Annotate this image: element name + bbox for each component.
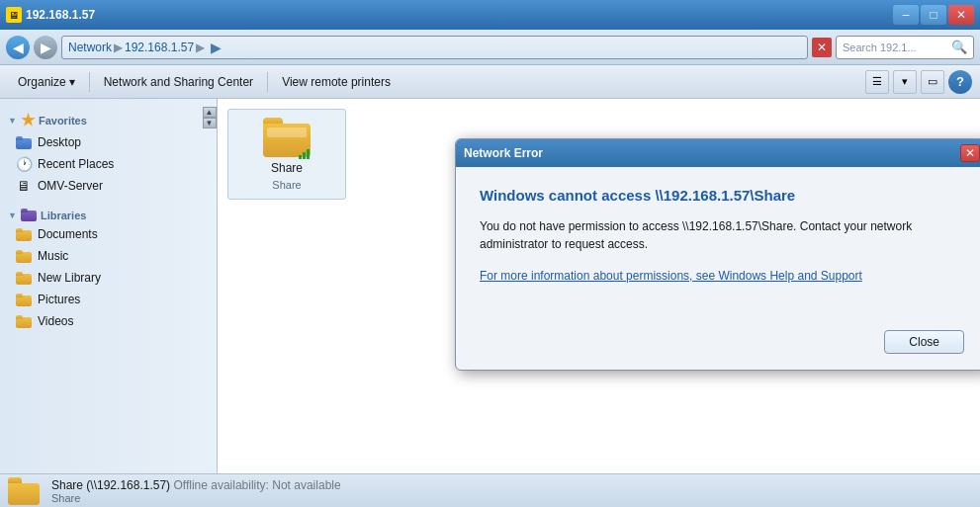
favorites-star-icon: ★ bbox=[21, 111, 35, 129]
music-icon bbox=[16, 248, 32, 264]
organize-button[interactable]: Organize ▾ bbox=[8, 69, 85, 95]
videos-icon bbox=[16, 313, 32, 329]
dialog-overlay: Network Error ✕ Windows cannot access \\… bbox=[218, 99, 980, 473]
search-icon[interactable]: 🔍 bbox=[951, 40, 967, 54]
sidebar-item-music[interactable]: Music bbox=[0, 245, 217, 267]
toolbar-separator-1 bbox=[89, 72, 90, 92]
preview-pane-button[interactable]: ▭ bbox=[921, 70, 944, 94]
help-button[interactable]: ? bbox=[948, 70, 972, 94]
search-text: Search 192.1... bbox=[843, 42, 917, 53]
new-library-folder-icon bbox=[16, 272, 32, 285]
view-remote-printers-button[interactable]: View remote printers bbox=[272, 69, 401, 95]
path-arrow-1: ▶ bbox=[114, 41, 123, 54]
omv-server-label: OMV-Server bbox=[38, 179, 103, 193]
documents-folder-icon bbox=[16, 228, 32, 241]
view-down-button[interactable]: ▾ bbox=[893, 70, 917, 94]
libraries-group[interactable]: ▼ Libraries bbox=[0, 205, 217, 223]
sidebar: ▲ ▼ ▼ ★ Favorites Desktop 🕐 bbox=[0, 99, 218, 473]
status-subtext: Share bbox=[51, 492, 341, 504]
network-sharing-center-button[interactable]: Network and Sharing Center bbox=[94, 69, 263, 95]
title-bar: 🖥 192.168.1.57 – □ ✕ bbox=[0, 0, 980, 30]
file-area: Share Share Network Error ✕ Windows cann… bbox=[218, 99, 980, 473]
dialog-footer: Close bbox=[456, 322, 980, 370]
address-clear-button[interactable]: ✕ bbox=[812, 38, 832, 57]
status-info: Share (\\192.168.1.57) Offline availabil… bbox=[51, 478, 341, 504]
desktop-folder-icon bbox=[16, 136, 32, 149]
maximize-button[interactable]: □ bbox=[921, 5, 946, 25]
libraries-arrow: ▼ bbox=[8, 211, 17, 220]
status-folder-body bbox=[8, 483, 40, 505]
sidebar-item-desktop[interactable]: Desktop bbox=[0, 131, 217, 153]
window-title: 192.168.1.57 bbox=[26, 8, 95, 22]
main-content: ▲ ▼ ▼ ★ Favorites Desktop 🕐 bbox=[0, 99, 980, 473]
status-bar: Share (\\192.168.1.57) Offline availabil… bbox=[0, 473, 980, 507]
recent-places-icon: 🕐 bbox=[16, 156, 32, 172]
status-folder-icon bbox=[8, 477, 40, 505]
desktop-icon bbox=[16, 134, 32, 150]
address-bar: ◀ ▶ Network ▶ 192.168.1.57 ▶ ▶ ✕ Search … bbox=[0, 30, 980, 65]
music-folder-icon bbox=[16, 250, 32, 263]
close-window-button[interactable]: ✕ bbox=[948, 5, 974, 25]
libraries-label: Libraries bbox=[41, 210, 86, 221]
toolbar-separator-2 bbox=[267, 72, 268, 92]
favorites-arrow: ▼ bbox=[8, 116, 17, 126]
music-label: Music bbox=[38, 249, 68, 263]
libraries-section: ▼ Libraries Documents Music Ne bbox=[0, 205, 217, 332]
path-ip: 192.168.1.57 bbox=[125, 41, 194, 54]
omv-server-icon: 🖥 bbox=[16, 178, 32, 194]
desktop-label: Desktop bbox=[38, 135, 81, 149]
path-network: Network bbox=[68, 41, 112, 54]
organize-label: Organize bbox=[18, 75, 66, 89]
dialog-title: Network Error bbox=[464, 146, 543, 160]
path-arrow-2: ▶ bbox=[196, 41, 205, 54]
sidebar-item-videos[interactable]: Videos bbox=[0, 310, 217, 332]
favorites-label: Favorites bbox=[39, 115, 87, 127]
toolbar: Organize ▾ Network and Sharing Center Vi… bbox=[0, 65, 980, 99]
sidebar-item-omv-server[interactable]: 🖥 OMV-Server bbox=[0, 175, 217, 197]
dialog-heading: Windows cannot access \\192.168.1.57\Sha… bbox=[480, 187, 964, 204]
documents-icon bbox=[16, 226, 32, 242]
organize-arrow-icon: ▾ bbox=[69, 75, 75, 89]
favorites-section: ▼ ★ Favorites Desktop 🕐 Recent Places 🖥 bbox=[0, 107, 217, 197]
scroll-up-arrow[interactable]: ▲ bbox=[203, 107, 217, 118]
dialog-body: Windows cannot access \\192.168.1.57\Sha… bbox=[456, 167, 980, 322]
scroll-down-arrow[interactable]: ▼ bbox=[203, 118, 217, 128]
documents-label: Documents bbox=[38, 227, 98, 241]
forward-button[interactable]: ▶ bbox=[34, 36, 57, 59]
network-error-dialog: Network Error ✕ Windows cannot access \\… bbox=[455, 138, 980, 371]
pictures-folder-icon bbox=[16, 294, 32, 306]
recent-places-label: Recent Places bbox=[38, 157, 114, 171]
favorites-group[interactable]: ▼ ★ Favorites bbox=[0, 107, 217, 131]
address-path[interactable]: Network ▶ 192.168.1.57 ▶ ▶ bbox=[61, 36, 808, 59]
new-library-label: New Library bbox=[38, 271, 101, 285]
libraries-icon bbox=[21, 209, 37, 221]
status-folder-tab bbox=[8, 477, 22, 483]
view-icon: ☰ bbox=[872, 75, 882, 88]
status-offline: Offline availability: Not available bbox=[173, 478, 340, 492]
pictures-label: Pictures bbox=[38, 293, 80, 306]
sidebar-item-recent-places[interactable]: 🕐 Recent Places bbox=[0, 153, 217, 175]
videos-folder-icon bbox=[16, 315, 32, 328]
window-controls: – □ ✕ bbox=[893, 5, 974, 25]
search-box[interactable]: Search 192.1... 🔍 bbox=[836, 36, 974, 59]
dialog-title-bar: Network Error ✕ bbox=[456, 139, 980, 167]
sidebar-item-documents[interactable]: Documents bbox=[0, 223, 217, 245]
dialog-help-link[interactable]: For more information about permissions, … bbox=[480, 269, 964, 283]
dialog-close-icon-button[interactable]: ✕ bbox=[960, 144, 980, 162]
title-bar-left: 🖥 192.168.1.57 bbox=[6, 7, 95, 23]
toolbar-right: ☰ ▾ ▭ ? bbox=[865, 70, 972, 94]
sidebar-item-pictures[interactable]: Pictures bbox=[0, 289, 217, 310]
dialog-close-button[interactable]: Close bbox=[884, 330, 964, 354]
dialog-message: You do not have permission to access \\1… bbox=[480, 217, 964, 253]
change-view-button[interactable]: ☰ bbox=[865, 70, 889, 94]
address-go-arrow[interactable]: ▶ bbox=[211, 40, 222, 55]
new-library-icon bbox=[16, 270, 32, 286]
window-icon: 🖥 bbox=[6, 7, 22, 23]
back-button[interactable]: ◀ bbox=[6, 36, 30, 59]
pictures-icon bbox=[16, 292, 32, 307]
minimize-button[interactable]: – bbox=[893, 5, 919, 25]
status-name: Share (\\192.168.1.57) bbox=[51, 478, 170, 492]
videos-label: Videos bbox=[38, 314, 73, 328]
status-item-name: Share (\\192.168.1.57) Offline availabil… bbox=[51, 478, 341, 492]
sidebar-item-new-library[interactable]: New Library bbox=[0, 267, 217, 289]
